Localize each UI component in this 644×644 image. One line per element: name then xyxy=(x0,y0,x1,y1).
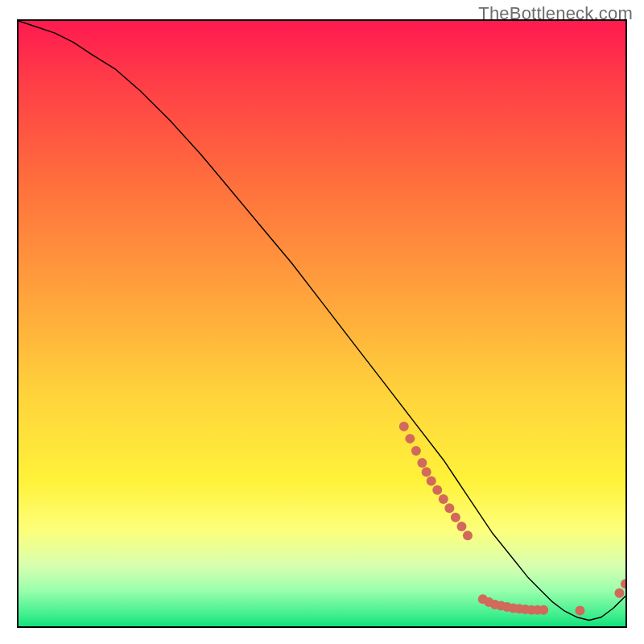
data-dot xyxy=(456,522,466,531)
data-dot xyxy=(621,579,625,588)
data-dot xyxy=(427,477,436,486)
data-dot xyxy=(417,458,427,468)
data-dot xyxy=(575,605,584,615)
data-dot xyxy=(405,434,415,444)
data-dot xyxy=(399,422,409,431)
watermark-text: TheBottleneck.com xyxy=(478,3,633,24)
bottleneck-curve xyxy=(19,21,625,620)
data-dot xyxy=(614,588,624,598)
data-dot xyxy=(439,494,448,504)
plot-svg xyxy=(19,21,625,626)
data-dot xyxy=(463,530,473,540)
chart-canvas: TheBottleneck.com xyxy=(0,0,644,644)
data-dot xyxy=(411,446,421,456)
data-dot xyxy=(451,513,460,522)
plot-area xyxy=(17,19,627,628)
data-dot xyxy=(539,605,548,615)
data-dot xyxy=(444,503,454,513)
data-dot xyxy=(432,485,442,495)
data-dot xyxy=(422,467,431,477)
scatter-dots xyxy=(399,422,625,616)
